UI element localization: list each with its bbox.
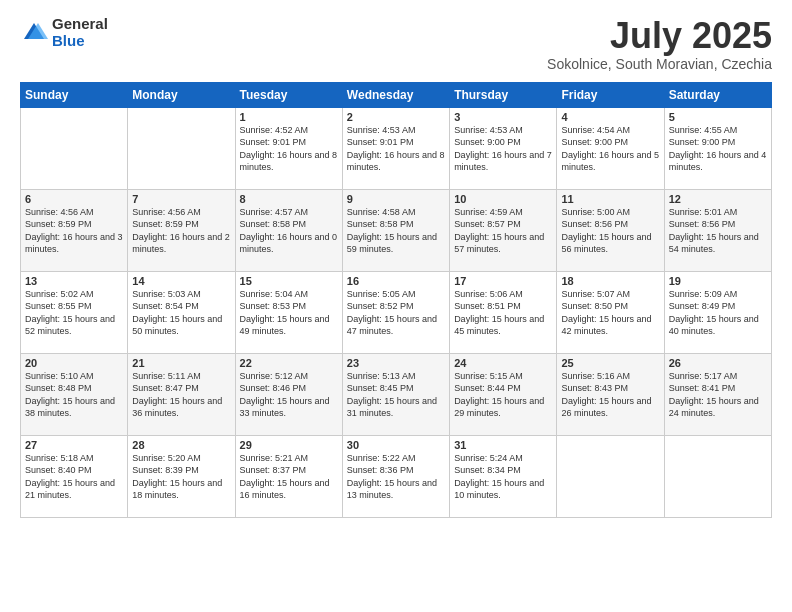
calendar-cell: 2Sunrise: 4:53 AM Sunset: 9:01 PM Daylig… (342, 107, 449, 189)
weekday-header: Sunday (21, 82, 128, 107)
cell-content: Sunrise: 4:53 AM Sunset: 9:01 PM Dayligh… (347, 124, 445, 174)
weekday-header: Thursday (450, 82, 557, 107)
cell-content: Sunrise: 5:12 AM Sunset: 8:46 PM Dayligh… (240, 370, 338, 420)
calendar-cell: 22Sunrise: 5:12 AM Sunset: 8:46 PM Dayli… (235, 353, 342, 435)
weekday-header: Wednesday (342, 82, 449, 107)
calendar-cell: 14Sunrise: 5:03 AM Sunset: 8:54 PM Dayli… (128, 271, 235, 353)
cell-content: Sunrise: 5:00 AM Sunset: 8:56 PM Dayligh… (561, 206, 659, 256)
cell-content: Sunrise: 5:10 AM Sunset: 8:48 PM Dayligh… (25, 370, 123, 420)
cell-content: Sunrise: 4:56 AM Sunset: 8:59 PM Dayligh… (25, 206, 123, 256)
day-number: 1 (240, 111, 338, 123)
cell-content: Sunrise: 5:11 AM Sunset: 8:47 PM Dayligh… (132, 370, 230, 420)
day-number: 13 (25, 275, 123, 287)
day-number: 4 (561, 111, 659, 123)
day-number: 11 (561, 193, 659, 205)
day-number: 5 (669, 111, 767, 123)
calendar-cell: 13Sunrise: 5:02 AM Sunset: 8:55 PM Dayli… (21, 271, 128, 353)
cell-content: Sunrise: 5:22 AM Sunset: 8:36 PM Dayligh… (347, 452, 445, 502)
day-number: 10 (454, 193, 552, 205)
calendar-week-row: 1Sunrise: 4:52 AM Sunset: 9:01 PM Daylig… (21, 107, 772, 189)
calendar-cell: 15Sunrise: 5:04 AM Sunset: 8:53 PM Dayli… (235, 271, 342, 353)
day-number: 22 (240, 357, 338, 369)
weekday-header: Friday (557, 82, 664, 107)
day-number: 26 (669, 357, 767, 369)
cell-content: Sunrise: 5:03 AM Sunset: 8:54 PM Dayligh… (132, 288, 230, 338)
calendar-cell: 9Sunrise: 4:58 AM Sunset: 8:58 PM Daylig… (342, 189, 449, 271)
day-number: 12 (669, 193, 767, 205)
day-number: 27 (25, 439, 123, 451)
month-title: July 2025 (547, 16, 772, 56)
cell-content: Sunrise: 5:13 AM Sunset: 8:45 PM Dayligh… (347, 370, 445, 420)
weekday-header: Tuesday (235, 82, 342, 107)
day-number: 21 (132, 357, 230, 369)
day-number: 2 (347, 111, 445, 123)
calendar-cell: 12Sunrise: 5:01 AM Sunset: 8:56 PM Dayli… (664, 189, 771, 271)
day-number: 8 (240, 193, 338, 205)
day-number: 3 (454, 111, 552, 123)
day-number: 23 (347, 357, 445, 369)
calendar-cell: 23Sunrise: 5:13 AM Sunset: 8:45 PM Dayli… (342, 353, 449, 435)
day-number: 20 (25, 357, 123, 369)
calendar-page: General Blue July 2025 Sokolnice, South … (0, 0, 792, 612)
cell-content: Sunrise: 5:21 AM Sunset: 8:37 PM Dayligh… (240, 452, 338, 502)
cell-content: Sunrise: 5:24 AM Sunset: 8:34 PM Dayligh… (454, 452, 552, 502)
calendar-cell (128, 107, 235, 189)
calendar-cell: 28Sunrise: 5:20 AM Sunset: 8:39 PM Dayli… (128, 435, 235, 517)
calendar-cell: 10Sunrise: 4:59 AM Sunset: 8:57 PM Dayli… (450, 189, 557, 271)
cell-content: Sunrise: 5:18 AM Sunset: 8:40 PM Dayligh… (25, 452, 123, 502)
calendar-cell: 8Sunrise: 4:57 AM Sunset: 8:58 PM Daylig… (235, 189, 342, 271)
day-number: 14 (132, 275, 230, 287)
calendar-week-row: 6Sunrise: 4:56 AM Sunset: 8:59 PM Daylig… (21, 189, 772, 271)
logo-text: General Blue (52, 16, 108, 49)
day-number: 30 (347, 439, 445, 451)
calendar-week-row: 27Sunrise: 5:18 AM Sunset: 8:40 PM Dayli… (21, 435, 772, 517)
day-number: 31 (454, 439, 552, 451)
cell-content: Sunrise: 5:07 AM Sunset: 8:50 PM Dayligh… (561, 288, 659, 338)
calendar-cell: 3Sunrise: 4:53 AM Sunset: 9:00 PM Daylig… (450, 107, 557, 189)
weekday-header-row: SundayMondayTuesdayWednesdayThursdayFrid… (21, 82, 772, 107)
calendar-table: SundayMondayTuesdayWednesdayThursdayFrid… (20, 82, 772, 518)
day-number: 24 (454, 357, 552, 369)
calendar-cell: 27Sunrise: 5:18 AM Sunset: 8:40 PM Dayli… (21, 435, 128, 517)
day-number: 9 (347, 193, 445, 205)
cell-content: Sunrise: 5:17 AM Sunset: 8:41 PM Dayligh… (669, 370, 767, 420)
calendar-cell: 16Sunrise: 5:05 AM Sunset: 8:52 PM Dayli… (342, 271, 449, 353)
cell-content: Sunrise: 5:09 AM Sunset: 8:49 PM Dayligh… (669, 288, 767, 338)
calendar-cell: 11Sunrise: 5:00 AM Sunset: 8:56 PM Dayli… (557, 189, 664, 271)
calendar-cell: 25Sunrise: 5:16 AM Sunset: 8:43 PM Dayli… (557, 353, 664, 435)
calendar-cell: 20Sunrise: 5:10 AM Sunset: 8:48 PM Dayli… (21, 353, 128, 435)
cell-content: Sunrise: 4:56 AM Sunset: 8:59 PM Dayligh… (132, 206, 230, 256)
cell-content: Sunrise: 5:16 AM Sunset: 8:43 PM Dayligh… (561, 370, 659, 420)
logo-icon (20, 19, 48, 47)
calendar-week-row: 13Sunrise: 5:02 AM Sunset: 8:55 PM Dayli… (21, 271, 772, 353)
calendar-cell: 26Sunrise: 5:17 AM Sunset: 8:41 PM Dayli… (664, 353, 771, 435)
calendar-cell: 5Sunrise: 4:55 AM Sunset: 9:00 PM Daylig… (664, 107, 771, 189)
cell-content: Sunrise: 5:02 AM Sunset: 8:55 PM Dayligh… (25, 288, 123, 338)
weekday-header: Monday (128, 82, 235, 107)
page-header: General Blue July 2025 Sokolnice, South … (20, 16, 772, 72)
calendar-cell: 4Sunrise: 4:54 AM Sunset: 9:00 PM Daylig… (557, 107, 664, 189)
calendar-cell: 17Sunrise: 5:06 AM Sunset: 8:51 PM Dayli… (450, 271, 557, 353)
weekday-header: Saturday (664, 82, 771, 107)
day-number: 28 (132, 439, 230, 451)
day-number: 17 (454, 275, 552, 287)
cell-content: Sunrise: 4:54 AM Sunset: 9:00 PM Dayligh… (561, 124, 659, 174)
cell-content: Sunrise: 4:58 AM Sunset: 8:58 PM Dayligh… (347, 206, 445, 256)
cell-content: Sunrise: 5:04 AM Sunset: 8:53 PM Dayligh… (240, 288, 338, 338)
day-number: 29 (240, 439, 338, 451)
calendar-cell: 21Sunrise: 5:11 AM Sunset: 8:47 PM Dayli… (128, 353, 235, 435)
day-number: 18 (561, 275, 659, 287)
day-number: 16 (347, 275, 445, 287)
cell-content: Sunrise: 4:55 AM Sunset: 9:00 PM Dayligh… (669, 124, 767, 174)
cell-content: Sunrise: 4:53 AM Sunset: 9:00 PM Dayligh… (454, 124, 552, 174)
calendar-cell: 24Sunrise: 5:15 AM Sunset: 8:44 PM Dayli… (450, 353, 557, 435)
cell-content: Sunrise: 5:15 AM Sunset: 8:44 PM Dayligh… (454, 370, 552, 420)
cell-content: Sunrise: 4:59 AM Sunset: 8:57 PM Dayligh… (454, 206, 552, 256)
calendar-cell: 31Sunrise: 5:24 AM Sunset: 8:34 PM Dayli… (450, 435, 557, 517)
calendar-cell (664, 435, 771, 517)
cell-content: Sunrise: 5:06 AM Sunset: 8:51 PM Dayligh… (454, 288, 552, 338)
calendar-cell: 30Sunrise: 5:22 AM Sunset: 8:36 PM Dayli… (342, 435, 449, 517)
cell-content: Sunrise: 4:57 AM Sunset: 8:58 PM Dayligh… (240, 206, 338, 256)
cell-content: Sunrise: 5:20 AM Sunset: 8:39 PM Dayligh… (132, 452, 230, 502)
logo-general: General (52, 16, 108, 33)
